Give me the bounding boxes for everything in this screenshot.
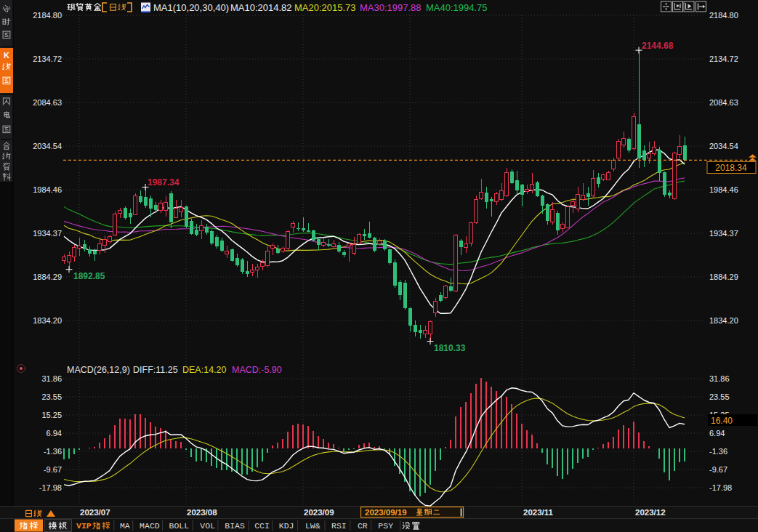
svg-text:2084.63: 2084.63	[33, 98, 62, 107]
svg-text:2134.72: 2134.72	[709, 55, 738, 63]
svg-text:31.86: 31.86	[709, 374, 730, 383]
svg-text:MA30:1997.88: MA30:1997.88	[360, 2, 422, 13]
svg-text:2023/11: 2023/11	[523, 508, 554, 517]
svg-text:MACD: MACD	[140, 521, 160, 531]
svg-text:2144.68: 2144.68	[642, 41, 674, 51]
svg-text:MA20:2015.73: MA20:2015.73	[294, 2, 356, 13]
svg-text:2023/07: 2023/07	[80, 508, 110, 517]
svg-text:CR: CR	[358, 521, 368, 531]
svg-text:RSI: RSI	[331, 521, 347, 531]
svg-text:BOLL: BOLL	[169, 521, 189, 531]
svg-text:-1.36: -1.36	[44, 447, 62, 456]
svg-text:BIAS: BIAS	[225, 521, 245, 531]
svg-text:MA1(10,20,30,40): MA1(10,20,30,40)	[153, 2, 229, 13]
svg-text:K: K	[4, 51, 9, 60]
svg-text:2023/09: 2023/09	[304, 508, 334, 517]
svg-text:VOL: VOL	[200, 521, 215, 531]
svg-text:MA: MA	[120, 521, 130, 531]
svg-text:-9.67: -9.67	[709, 465, 727, 474]
svg-text:31.86: 31.86	[41, 374, 62, 383]
svg-text:23.55: 23.55	[709, 392, 730, 401]
svg-text:1934.37: 1934.37	[33, 229, 62, 238]
svg-text:1934.37: 1934.37	[709, 229, 738, 238]
svg-text:DEA:14.20: DEA:14.20	[182, 365, 227, 375]
svg-text:-9.67: -9.67	[44, 465, 62, 474]
svg-text:1892.85: 1892.85	[73, 271, 105, 281]
svg-text:KDJ: KDJ	[279, 521, 294, 531]
svg-text:6.94: 6.94	[47, 429, 62, 438]
svg-text:2184.80: 2184.80	[709, 11, 738, 20]
svg-text:CCI: CCI	[254, 521, 270, 531]
svg-text:2023/09/19: 2023/09/19	[365, 508, 407, 517]
svg-text:2023/08: 2023/08	[187, 508, 217, 517]
svg-text:LW&: LW&	[305, 521, 320, 531]
svg-text:DIFF:11.25: DIFF:11.25	[133, 365, 178, 375]
svg-text:2134.72: 2134.72	[33, 55, 62, 63]
svg-text:1834.20: 1834.20	[709, 316, 738, 325]
svg-text:2184.80: 2184.80	[33, 11, 62, 20]
svg-text:-17.98: -17.98	[709, 483, 732, 492]
svg-text:MACD:-5.90: MACD:-5.90	[232, 365, 282, 375]
svg-text:1884.29: 1884.29	[33, 273, 62, 281]
svg-text:-1.36: -1.36	[709, 447, 727, 456]
svg-text:2034.54: 2034.54	[33, 142, 62, 150]
svg-text:1984.46: 1984.46	[709, 185, 738, 194]
svg-text:MACD(26,12,9): MACD(26,12,9)	[67, 365, 130, 375]
svg-text:1834.20: 1834.20	[33, 316, 62, 325]
svg-text:15.25: 15.25	[41, 411, 62, 419]
svg-text:2018.34: 2018.34	[715, 163, 747, 173]
svg-text:MA40:1994.75: MA40:1994.75	[426, 2, 488, 13]
svg-text:23.55: 23.55	[41, 392, 62, 401]
svg-text:-17.98: -17.98	[39, 483, 62, 492]
svg-text:2084.63: 2084.63	[709, 98, 738, 107]
svg-text:1987.34: 1987.34	[148, 177, 180, 188]
svg-text:2023/12: 2023/12	[635, 508, 666, 517]
svg-text:16.40: 16.40	[711, 416, 733, 426]
svg-text:VIP: VIP	[76, 521, 92, 531]
svg-text:2034.54: 2034.54	[709, 142, 738, 150]
svg-text:MA10:2014.82: MA10:2014.82	[230, 2, 292, 13]
svg-text:1984.46: 1984.46	[33, 185, 62, 194]
svg-text:1810.33: 1810.33	[434, 343, 466, 353]
svg-text:PSY: PSY	[378, 521, 393, 531]
svg-text:1884.29: 1884.29	[709, 273, 738, 281]
svg-text:6.94: 6.94	[709, 429, 725, 438]
